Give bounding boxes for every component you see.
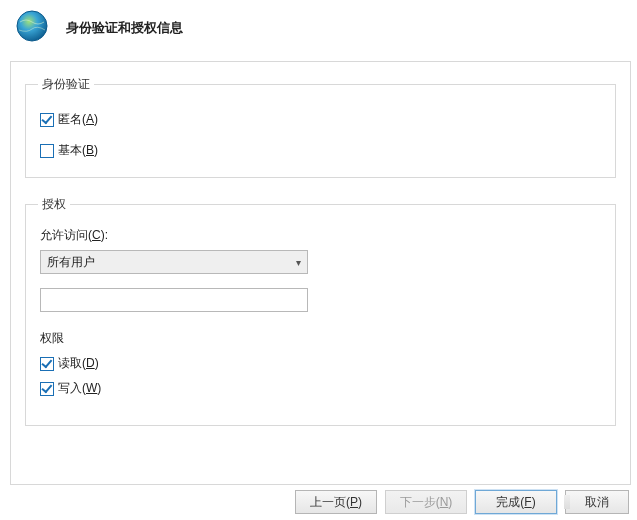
cancel-button[interactable]: 取消 [565,490,629,514]
anonymous-checkbox[interactable] [40,113,54,127]
basic-label: 基本(B) [58,142,98,159]
content-area: 身份验证 匿名(A) 基本(B) 授权 允许访问(C): 所有用户 ▾ 权限 [10,61,631,485]
chevron-down-icon: ▾ [296,257,301,268]
next-button: 下一步(N) [385,490,467,514]
authz-group: 授权 允许访问(C): 所有用户 ▾ 权限 读取(D) 写入(W) [25,196,616,426]
prev-button[interactable]: 上一页(P) [295,490,377,514]
basic-checkbox-row[interactable]: 基本(B) [40,142,601,159]
anonymous-checkbox-row[interactable]: 匿名(A) [40,111,601,128]
globe-icon [14,8,50,47]
dialog-title: 身份验证和授权信息 [66,19,183,37]
permissions-label: 权限 [40,330,601,347]
svg-point-0 [17,11,47,41]
allow-access-value: 所有用户 [47,254,95,271]
read-checkbox[interactable] [40,357,54,371]
finish-button[interactable]: 完成(F) [475,490,557,514]
write-checkbox[interactable] [40,382,54,396]
authz-group-legend: 授权 [38,196,70,213]
basic-checkbox[interactable] [40,144,54,158]
allow-access-select[interactable]: 所有用户 ▾ [40,250,308,274]
read-label: 读取(D) [58,355,99,372]
allow-access-textbox[interactable] [40,288,308,312]
write-checkbox-row[interactable]: 写入(W) [40,380,601,397]
anonymous-label: 匿名(A) [58,111,98,128]
allow-access-label: 允许访问(C): [40,227,601,244]
dialog-header: 身份验证和授权信息 [0,0,637,61]
wizard-button-bar: 上一页(P) 下一步(N) 完成(F) 取消 [295,490,629,514]
auth-group-legend: 身份验证 [38,76,94,93]
auth-group: 身份验证 匿名(A) 基本(B) [25,76,616,178]
write-label: 写入(W) [58,380,101,397]
read-checkbox-row[interactable]: 读取(D) [40,355,601,372]
